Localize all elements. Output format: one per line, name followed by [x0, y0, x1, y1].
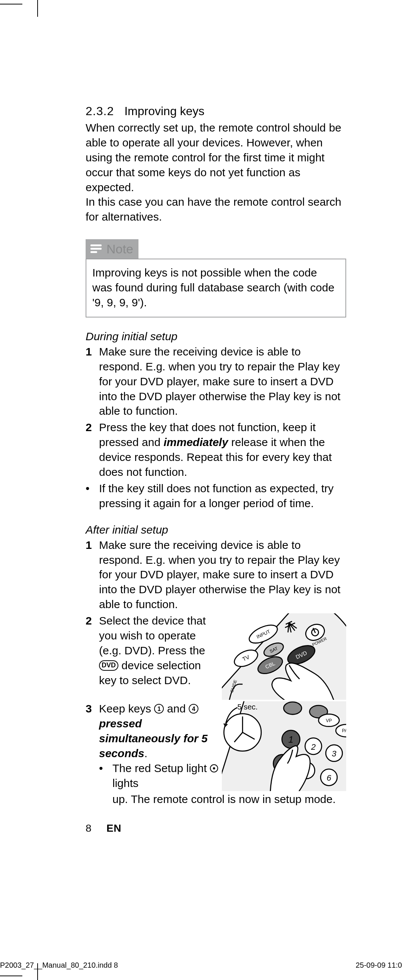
- step-text: Select the device that you wish to opera…: [99, 613, 218, 687]
- step-content: Select the device that you wish to opera…: [99, 613, 346, 700]
- section-paragraph: When correctly set up, the remote contro…: [85, 120, 346, 194]
- step-number: 2: [85, 420, 99, 480]
- step-text: Make sure the receiving device is able t…: [99, 344, 346, 418]
- crop-mark: [37, 0, 38, 17]
- svg-text:5 sec.: 5 sec.: [237, 703, 258, 711]
- step-text: Keep keys 1 and 4 pressed simultaneously…: [99, 701, 218, 792]
- remote-select-illustration: INPUT POWER: [222, 613, 346, 700]
- step-item: 1 Make sure the receiving device is able…: [85, 344, 346, 418]
- section-heading: 2.3.2Improving keys: [85, 104, 346, 118]
- svg-text:1: 1: [288, 735, 293, 745]
- svg-rect-1: [90, 248, 101, 250]
- note-block: Note Improving keys is not possible when…: [85, 239, 346, 318]
- svg-text:6: 6: [326, 773, 331, 783]
- key-1-icon: 1: [154, 704, 164, 714]
- step-text: Press the key that does not function, ke…: [99, 420, 346, 480]
- page-footer: 8 EN: [85, 822, 346, 834]
- key-4-icon: 4: [189, 704, 198, 714]
- svg-text:2: 2: [311, 742, 316, 752]
- step-number: 2: [85, 613, 99, 700]
- page-language: EN: [106, 822, 121, 834]
- setup-light-icon: [210, 764, 218, 772]
- section-title: Improving keys: [124, 104, 204, 118]
- step-item: 2 Select the device that you wish to ope…: [85, 613, 346, 700]
- step-number: 3: [85, 701, 99, 808]
- section-number: 2.3.2: [85, 104, 114, 118]
- step-bullet: • If the key still does not function as …: [85, 481, 346, 511]
- dvd-key-icon: DVD: [99, 660, 119, 671]
- svg-text:VP: VP: [326, 718, 332, 723]
- svg-text:PA: PA: [342, 729, 346, 734]
- note-tab: Note: [85, 239, 138, 259]
- step-item: 3 Keep keys 1 and 4 pressed simultaneous…: [85, 701, 346, 808]
- note-icon: [89, 242, 103, 256]
- note-label: Note: [106, 242, 133, 256]
- sub-bullet: • The red Setup light lights up. The rem…: [99, 761, 218, 791]
- remote-hold-illustration: 5 sec. VP PA 1: [222, 701, 346, 791]
- step-number: 1: [85, 344, 99, 418]
- step-text: If the key still does not function as ex…: [99, 481, 346, 511]
- page-content: 2.3.2Improving keys When correctly set u…: [37, 26, 394, 947]
- sub-bullet-text: The red Setup light lights up. The remot…: [112, 761, 218, 791]
- steps-after: 1 Make sure the receiving device is able…: [85, 538, 346, 808]
- crop-mark: [0, 4, 22, 5]
- bullet-marker: •: [85, 481, 99, 511]
- steps-initial: 1 Make sure the receiving device is able…: [85, 344, 346, 511]
- svg-rect-0: [90, 245, 101, 246]
- page-number: 8: [85, 822, 106, 834]
- svg-text:3: 3: [332, 749, 337, 759]
- step-content: Keep keys 1 and 4 pressed simultaneously…: [99, 701, 346, 808]
- crop-mark: [0, 975, 22, 976]
- subheading-initial: During initial setup: [85, 330, 346, 343]
- step-text: Make sure the receiving device is able t…: [99, 538, 346, 612]
- step-number: 1: [85, 538, 99, 612]
- svg-rect-2: [90, 251, 97, 253]
- subheading-after: After initial setup: [85, 523, 346, 536]
- step-item: 1 Make sure the receiving device is able…: [85, 538, 346, 612]
- step-item: 2 Press the key that does not function, …: [85, 420, 346, 480]
- bullet-marker: •: [99, 761, 112, 791]
- note-body: Improving keys is not possible when the …: [85, 259, 346, 318]
- sub-bullet-text: up. The remote control is now in setup m…: [112, 792, 336, 807]
- svg-point-32: [283, 702, 302, 714]
- print-meta-left: P2003_27__Manual_80_210.indd 8: [0, 961, 118, 970]
- print-meta-right: 25-09-09 11:0: [356, 961, 402, 970]
- section-paragraph: In this case you can have the remote con…: [85, 194, 346, 224]
- sub-bullet-continuation: up. The remote control is now in setup m…: [99, 792, 346, 807]
